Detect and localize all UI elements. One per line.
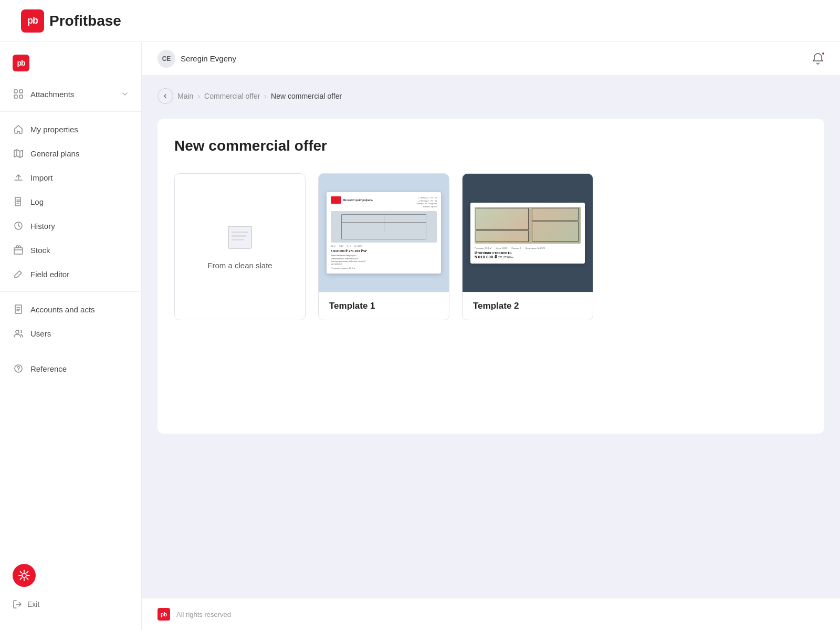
svg-rect-15 xyxy=(232,239,244,240)
template1-doc: МеталлСтройПрофиль +7 800 222 · 78 · 66 … xyxy=(327,192,441,274)
svg-point-11 xyxy=(22,573,26,578)
template2-label: Template 2 xyxy=(463,292,593,320)
sidebar-item-import[interactable]: Import xyxy=(0,165,141,190)
help-icon xyxy=(13,363,24,374)
notification-dot xyxy=(821,51,825,56)
template2-card[interactable]: Площадь: 56.8 м² Цена: 14/25 Секция: 2 С… xyxy=(462,173,593,320)
svg-rect-13 xyxy=(232,232,248,233)
sidebar-item-reference[interactable]: Reference xyxy=(0,356,141,381)
svg-rect-6 xyxy=(14,248,23,254)
sidebar-item-field-editor-label: Field editor xyxy=(30,270,69,279)
chevron-down-icon xyxy=(121,90,129,98)
footer-logo-icon: pb xyxy=(158,608,170,621)
svg-rect-0 xyxy=(14,90,17,93)
home-icon xyxy=(13,123,24,135)
sidebar-item-my-properties-label: My properties xyxy=(30,125,78,134)
breadcrumb-section[interactable]: Commercial offer xyxy=(204,92,260,100)
blank-icon xyxy=(224,224,256,250)
sidebar-logo: pb xyxy=(0,50,141,82)
sidebar-item-log-label: Log xyxy=(30,197,44,206)
sidebar-item-reference-label: Reference xyxy=(30,364,67,373)
sidebar-item-users[interactable]: Users xyxy=(0,321,141,345)
sidebar-item-import-label: Import xyxy=(30,173,53,182)
map-icon xyxy=(13,148,24,159)
svg-rect-14 xyxy=(232,235,246,237)
breadcrumb-main[interactable]: Main xyxy=(177,92,193,100)
sidebar-item-history-label: History xyxy=(30,222,55,230)
support-button[interactable] xyxy=(13,564,36,587)
exit-button[interactable]: Exit xyxy=(13,595,129,613)
svg-rect-1 xyxy=(19,90,23,93)
doc-icon xyxy=(13,303,24,315)
users-icon xyxy=(13,328,24,339)
main-layout: pb Attachments xyxy=(0,42,840,630)
inner-header: CE Seregin Evgeny xyxy=(142,42,840,76)
breadcrumb-sep-1: › xyxy=(197,92,200,100)
user-name: Seregin Evgeny xyxy=(181,54,236,63)
user-avatar: CE xyxy=(158,50,175,68)
svg-point-10 xyxy=(18,371,19,372)
content-area: CE Seregin Evgeny Main xyxy=(142,42,840,630)
sidebar-item-attachments-left: Attachments xyxy=(13,88,74,100)
exit-label: Exit xyxy=(27,600,39,608)
blank-card-label: From a clean slate xyxy=(207,261,272,270)
templates-grid: From a clean slate МеталлСтройПрофиль xyxy=(174,173,807,320)
sidebar-bottom: Exit xyxy=(0,555,141,622)
sidebar-item-history[interactable]: History xyxy=(0,214,141,238)
sidebar-item-accounts-and-acts[interactable]: Accounts and acts xyxy=(0,297,141,321)
stock-icon xyxy=(13,244,24,256)
sidebar-item-attachments-label: Attachments xyxy=(30,90,74,99)
top-bar: pb Profitbase xyxy=(0,0,840,42)
sidebar: pb Attachments xyxy=(0,42,142,630)
sidebar-item-log[interactable]: Log xyxy=(0,190,141,214)
sidebar-divider-2 xyxy=(0,291,141,292)
page-content: Main › Commercial offer › New commercial… xyxy=(142,76,840,598)
sidebar-item-stock-label: Stock xyxy=(30,246,50,255)
page-footer: pb All rights reserved xyxy=(142,598,840,630)
user-info: CE Seregin Evgeny xyxy=(158,50,236,68)
sidebar-logo-icon: pb xyxy=(13,55,29,71)
sidebar-item-accounts-label: Accounts and acts xyxy=(30,305,95,314)
svg-rect-2 xyxy=(14,95,17,98)
main-card: New commercial offer From a cle xyxy=(158,119,824,434)
template2-preview: Площадь: 56.8 м² Цена: 14/25 Секция: 2 С… xyxy=(463,174,593,292)
grid-icon xyxy=(13,88,24,100)
sidebar-item-general-plans-label: General plans xyxy=(30,149,79,158)
template1-card[interactable]: МеталлСтройПрофиль +7 800 222 · 78 · 66 … xyxy=(318,173,449,320)
sidebar-divider-3 xyxy=(0,351,141,351)
logo-text: Profitbase xyxy=(49,13,121,29)
sidebar-divider-1 xyxy=(0,111,141,112)
template1-label: Template 1 xyxy=(319,292,449,320)
page-title: New commercial offer xyxy=(174,138,807,154)
breadcrumb: Main › Commercial offer › New commercial… xyxy=(158,88,824,104)
sidebar-item-attachments[interactable]: Attachments xyxy=(0,82,141,106)
upload-icon xyxy=(13,172,24,183)
svg-point-8 xyxy=(16,330,19,333)
template1-preview: МеталлСтройПрофиль +7 800 222 · 78 · 66 … xyxy=(319,174,449,292)
footer-copyright: All rights reserved xyxy=(176,611,231,618)
sidebar-item-general-plans[interactable]: General plans xyxy=(0,141,141,165)
template2-doc: Площадь: 56.8 м² Цена: 14/25 Секция: 2 С… xyxy=(470,203,585,264)
svg-rect-3 xyxy=(19,95,23,98)
sidebar-item-my-properties[interactable]: My properties xyxy=(0,117,141,141)
file-icon xyxy=(13,196,24,207)
back-button[interactable] xyxy=(158,88,173,104)
sidebar-item-stock[interactable]: Stock xyxy=(0,238,141,262)
notification-button[interactable] xyxy=(812,52,824,65)
blank-template-card[interactable]: From a clean slate xyxy=(174,173,306,320)
svg-rect-12 xyxy=(228,226,251,248)
logo-icon: pb xyxy=(21,9,44,33)
sidebar-item-users-label: Users xyxy=(30,329,51,338)
breadcrumb-sep-2: › xyxy=(264,92,267,100)
top-logo[interactable]: pb Profitbase xyxy=(21,9,121,33)
breadcrumb-current: New commercial offer xyxy=(271,92,342,100)
sidebar-item-field-editor[interactable]: Field editor xyxy=(0,262,141,286)
clock-icon xyxy=(13,220,24,232)
edit-icon xyxy=(13,268,24,280)
